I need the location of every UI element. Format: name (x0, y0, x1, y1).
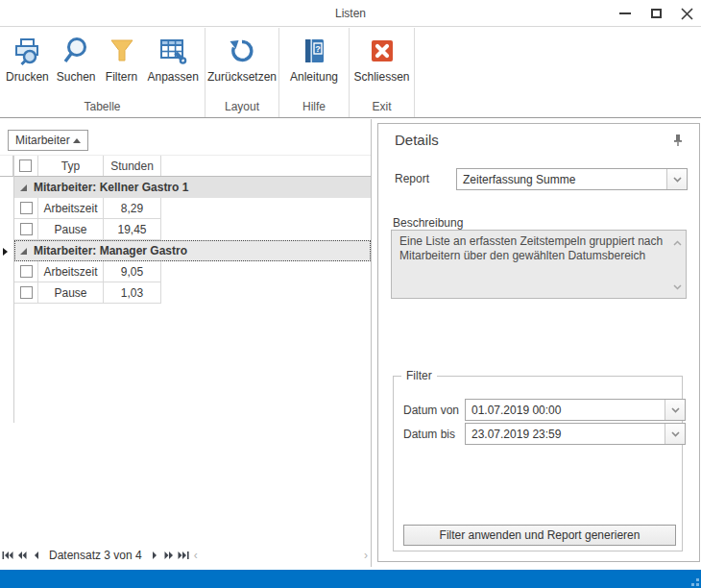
report-label: Report (395, 172, 429, 185)
apply-filter-button[interactable]: Filter anwenden und Report generieren (403, 525, 676, 546)
maximize-icon (651, 9, 662, 18)
prev-page-button[interactable] (14, 547, 29, 564)
datum-von-dropdown-button[interactable] (665, 400, 685, 420)
anpassen-button[interactable]: Anpassen (144, 33, 203, 86)
anleitung-label: Anleitung (290, 70, 338, 84)
status-bar (0, 570, 701, 588)
next-record-button[interactable] (148, 547, 162, 564)
datum-bis-combobox[interactable]: 23.07.2019 23:59 (465, 423, 686, 445)
ribbon-group-label-hilfe: Hilfe (279, 98, 349, 117)
group-expanded-icon[interactable] (20, 184, 27, 191)
prev-record-button[interactable] (29, 547, 43, 564)
cell-stunden: 8,29 (104, 198, 161, 218)
suchen-button[interactable]: Suchen (53, 33, 100, 86)
ribbon-group-tabelle: Drucken Suchen Filtern (0, 28, 205, 117)
zuruecksetzen-button[interactable]: Zurücksetzen (205, 33, 278, 86)
row-checkbox[interactable] (20, 286, 33, 299)
cell-typ: Pause (38, 282, 104, 303)
details-panel: Details Report Zeiterfassung Summe Besch… (377, 123, 700, 562)
ribbon-toolbar: Drucken Suchen Filtern (0, 28, 701, 118)
group-expanded-icon[interactable] (20, 248, 27, 255)
last-record-button[interactable] (177, 547, 191, 564)
anpassen-label: Anpassen (148, 70, 199, 84)
cell-typ: Arbeitszeit (38, 198, 104, 218)
table-row[interactable]: Pause 1,03 (14, 282, 161, 304)
prev-record-icon (34, 551, 39, 560)
details-panel-title: Details (395, 132, 439, 148)
report-value: Zeiterfassung Summe (457, 173, 666, 186)
filter-groupbox: Filter Datum von 01.07.2019 00:00 Datum … (393, 369, 683, 551)
pin-icon[interactable] (672, 134, 684, 150)
scroll-right-icon[interactable]: › (364, 549, 368, 562)
column-header-stunden[interactable]: Stunden (104, 156, 161, 176)
close-button[interactable] (678, 5, 695, 22)
search-icon (60, 36, 91, 66)
ribbon-spacer (415, 28, 701, 117)
datum-bis-dropdown-button[interactable] (665, 424, 685, 444)
column-header-filler (161, 156, 371, 176)
chevron-down-icon (671, 407, 680, 413)
minimize-icon (619, 12, 631, 14)
employee-grid: Mitarbeiter Typ Stunden Mitarbeiter: Kel… (0, 119, 372, 567)
close-icon (681, 8, 693, 20)
beschreibung-text: Eine Liste an erfassten Zeitstempeln gru… (399, 234, 670, 263)
title-bar: Listen (0, 0, 701, 27)
row-checkbox[interactable] (20, 265, 33, 278)
cell-stunden: 19,45 (104, 219, 161, 239)
column-header-typ[interactable]: Typ (38, 156, 104, 176)
beschreibung-label: Beschreibung (393, 216, 463, 230)
chevron-down-icon (671, 431, 680, 437)
ribbon-group-hilfe: ? Anleitung Hilfe (279, 28, 350, 117)
record-navigator: Datensatz 3 von 4 ‹ › (0, 546, 371, 565)
minimize-button[interactable] (616, 5, 634, 22)
row-checkbox[interactable] (20, 202, 33, 214)
select-all-checkbox[interactable] (19, 159, 32, 172)
scroll-up-icon[interactable] (673, 235, 682, 249)
table-row[interactable]: Arbeitszeit 8,29 (14, 198, 161, 219)
select-column-header[interactable] (13, 156, 38, 176)
cell-stunden: 1,03 (104, 282, 161, 303)
chevron-down-icon (673, 177, 682, 183)
group-by-button[interactable]: Mitarbeiter (8, 130, 88, 151)
filtern-button[interactable]: Filtern (100, 33, 144, 86)
anleitung-button[interactable]: ? Anleitung (286, 33, 342, 86)
resize-grip[interactable] (688, 575, 699, 586)
filter-legend: Filter (401, 369, 437, 382)
datum-von-combobox[interactable]: 01.07.2019 00:00 (465, 399, 686, 421)
report-dropdown-button[interactable] (666, 169, 687, 189)
beschreibung-textbox: Eine Liste an erfassten Zeitstempeln gru… (391, 230, 687, 299)
scroll-down-icon[interactable] (673, 280, 682, 293)
scroll-left-icon[interactable]: ‹ (194, 549, 198, 562)
datum-von-value: 01.07.2019 00:00 (466, 404, 665, 417)
print-icon (12, 36, 42, 66)
group-row-kellner-gastro-1[interactable]: Mitarbeiter: Kellner Gastro 1 (14, 177, 371, 198)
first-record-button[interactable] (0, 547, 14, 564)
group-by-label: Mitarbeiter (15, 134, 70, 147)
table-row[interactable]: Pause 19,45 (14, 219, 161, 240)
filter-icon (107, 36, 137, 66)
horizontal-scrollbar[interactable]: ‹ › (191, 548, 371, 563)
drucken-label: Drucken (6, 70, 49, 84)
datum-von-label: Datum von (403, 404, 459, 417)
first-record-icon (2, 551, 13, 560)
ribbon-group-layout: Zurücksetzen Layout (205, 28, 279, 117)
ribbon-group-label-exit: Exit (350, 98, 414, 117)
schliessen-label: Schliessen (353, 70, 409, 84)
maximize-button[interactable] (647, 5, 665, 22)
row-checkbox[interactable] (20, 223, 33, 235)
last-record-icon (178, 551, 189, 560)
drucken-button[interactable]: Drucken (2, 33, 53, 86)
next-page-button[interactable] (162, 547, 177, 564)
focused-row-indicator-icon (3, 248, 8, 256)
row-indicator-header (0, 156, 13, 176)
group-row-label: Mitarbeiter: Kellner Gastro 1 (34, 181, 188, 194)
group-row-label: Mitarbeiter: Manager Gastro (34, 244, 187, 257)
next-record-icon (152, 551, 157, 560)
suchen-label: Suchen (57, 70, 96, 84)
cell-typ: Pause (38, 219, 104, 239)
svg-text:?: ? (315, 44, 321, 54)
table-row[interactable]: Arbeitszeit 9,05 (14, 261, 161, 282)
schliessen-button[interactable]: Schliessen (350, 33, 413, 86)
group-row-manager-gastro[interactable]: Mitarbeiter: Manager Gastro (14, 240, 371, 261)
report-combobox[interactable]: Zeiterfassung Summe (456, 168, 688, 190)
